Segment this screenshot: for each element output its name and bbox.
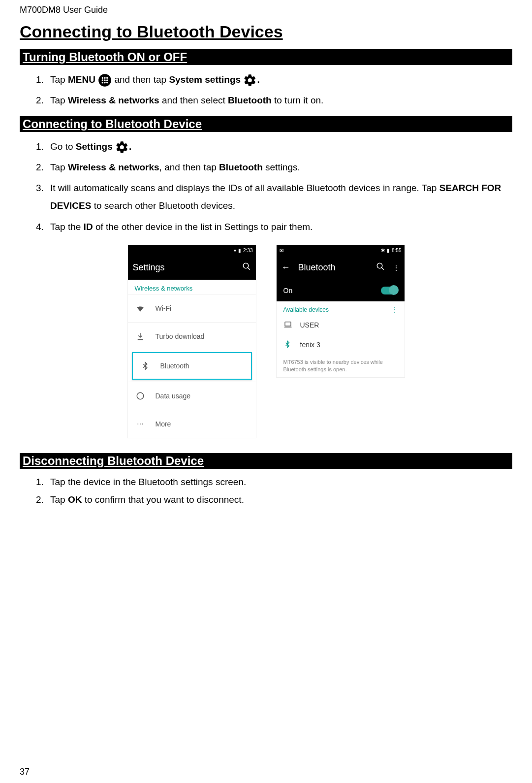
status-bar: ✉ ✱ ▮ 8:55 (277, 245, 405, 256)
text: , and then tap (159, 162, 219, 172)
svg-point-9 (106, 82, 108, 84)
svg-point-7 (102, 82, 104, 84)
section-heading-disconnecting: Disconnecting Bluetooth Device (20, 453, 512, 469)
step-item: Tap OK to confirm that you want to disco… (46, 492, 512, 507)
steps-turning-on-off: Tap MENU and then tap System settings . … (20, 71, 512, 109)
svg-point-6 (106, 79, 108, 81)
device-name: USER (300, 321, 319, 329)
settings-row-wifi[interactable]: Wi-Fi (128, 294, 256, 322)
text: and then select (159, 95, 228, 105)
svg-point-2 (104, 77, 106, 79)
refresh-icon[interactable]: ⋮ (392, 306, 398, 313)
available-devices-subheader: Available devices ⋮ (277, 301, 405, 315)
page-number: 37 (20, 767, 30, 777)
svg-point-12 (137, 392, 144, 399)
text-bold: OK (68, 494, 82, 505)
step-item: Tap the device in the Bluetooth settings… (46, 475, 512, 489)
text: . (257, 74, 259, 85)
settings-row-more[interactable]: ⋯ More (128, 410, 256, 438)
row-label: Turbo download (156, 332, 205, 340)
text: and then tap (112, 74, 169, 85)
screenshot-row: ▾ ▮ 2:33 Settings Wireless & networks Wi… (20, 245, 512, 438)
text: Tap the (50, 222, 84, 232)
bluetooth-toolbar: ← Bluetooth ⋮ (277, 256, 405, 280)
text-bold: Bluetooth (228, 95, 272, 105)
text-bold: ID (84, 222, 93, 232)
page-title: Connecting to Bluetooth Devices (20, 22, 512, 41)
gear-icon (243, 73, 257, 87)
svg-line-11 (248, 267, 250, 270)
svg-point-4 (102, 79, 104, 81)
settings-row-bluetooth[interactable]: Bluetooth (132, 352, 252, 380)
svg-point-13 (377, 263, 382, 268)
svg-point-3 (106, 77, 108, 79)
steps-connecting: Go to Settings . Tap Wireless & networks… (20, 138, 512, 235)
doc-header: M700DM8 User Guide (20, 5, 512, 15)
step-item: It will automatically scans and displays… (46, 179, 512, 215)
search-icon[interactable] (242, 262, 251, 273)
bluetooth-visibility-note: MT6753 is visible to nearby devices whil… (277, 355, 405, 378)
text-bold: MENU (68, 74, 95, 85)
laptop-icon (283, 320, 292, 330)
phone-settings-screenshot: ▾ ▮ 2:33 Settings Wireless & networks Wi… (127, 245, 256, 438)
status-bar: ▾ ▮ 2:33 (128, 245, 256, 256)
step-item: Tap Wireless & networks, and then tap Bl… (46, 159, 512, 176)
text: . (129, 141, 131, 152)
device-row-fenix3[interactable]: fenix 3 (277, 335, 405, 355)
bluetooth-icon (140, 361, 151, 370)
step-item: Go to Settings . (46, 138, 512, 156)
text: Go to (50, 141, 76, 152)
text: Tap (50, 95, 68, 105)
svg-point-1 (102, 77, 104, 79)
clock: 8:55 (392, 248, 401, 253)
text: Tap (50, 74, 68, 85)
bluetooth-on-toggle-row[interactable]: On (277, 280, 405, 301)
data-usage-icon (135, 392, 146, 400)
bluetooth-status-icon: ✱ (381, 248, 385, 253)
text-bold: Wireless & networks (68, 95, 159, 105)
text: to turn it on. (272, 95, 324, 105)
svg-point-8 (104, 82, 106, 84)
svg-line-14 (381, 267, 384, 270)
text: It will automatically scans and displays… (50, 183, 439, 193)
battery-icon: ▮ (387, 248, 390, 253)
more-icon: ⋯ (135, 420, 146, 428)
text: Tap (50, 494, 68, 505)
clock: 2:33 (243, 248, 252, 253)
bluetooth-icon (283, 340, 292, 350)
toggle-switch[interactable] (381, 287, 398, 294)
wireless-networks-subheader: Wireless & networks (128, 280, 256, 294)
step-item: Tap MENU and then tap System settings . (46, 71, 512, 89)
gear-icon (115, 140, 129, 154)
wifi-icon (135, 303, 146, 313)
row-label: Bluetooth (160, 362, 189, 370)
text: of the other device in the list in Setti… (93, 222, 313, 232)
settings-row-turbo[interactable]: Turbo download (128, 322, 256, 350)
on-label: On (283, 287, 293, 294)
menu-apps-icon (98, 73, 112, 87)
overflow-icon[interactable]: ⋮ (393, 267, 400, 269)
device-name: fenix 3 (300, 341, 320, 349)
settings-toolbar: Settings (128, 256, 256, 280)
wifi-status-icon: ▾ (234, 248, 236, 253)
toolbar-title: Bluetooth (298, 262, 368, 273)
battery-icon: ▮ (238, 248, 241, 253)
text: Tap (50, 162, 68, 172)
device-row-user[interactable]: USER (277, 315, 405, 335)
notification-icon: ✉ (280, 248, 283, 253)
svg-point-10 (243, 263, 249, 268)
search-icon[interactable] (376, 262, 385, 273)
steps-disconnecting: Tap the device in the Bluetooth settings… (20, 475, 512, 508)
text: to confirm that you want to disconnect. (82, 494, 244, 505)
row-label: Data usage (156, 392, 191, 400)
text: to search other Bluetooth devices. (91, 200, 235, 211)
section-heading-connecting: Connecting to Bluetooth Device (20, 116, 512, 132)
row-label: More (156, 420, 171, 428)
text-bold: System settings (169, 74, 241, 85)
text-bold: Settings (76, 141, 113, 152)
svg-rect-15 (285, 322, 291, 326)
settings-row-data-usage[interactable]: Data usage (128, 382, 256, 410)
step-item: Tap Wireless & networks and then select … (46, 92, 512, 109)
back-icon[interactable]: ← (282, 262, 290, 273)
step-item: Tap the ID of the other device in the li… (46, 218, 512, 236)
